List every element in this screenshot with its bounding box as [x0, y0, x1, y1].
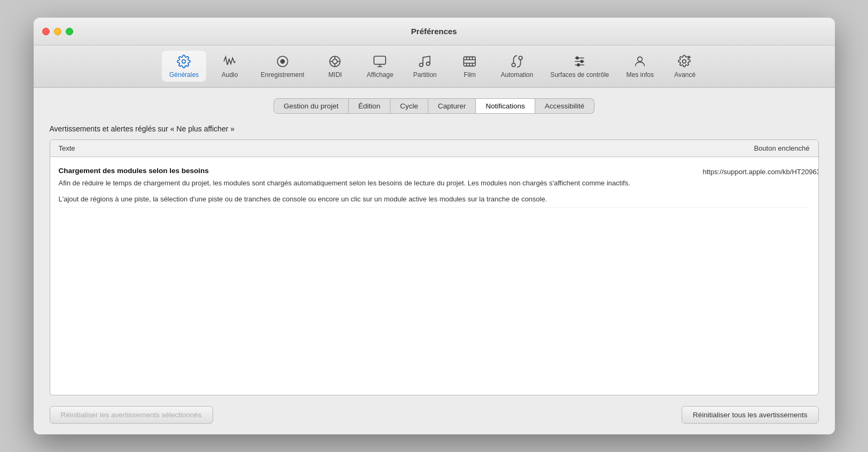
title-bar: Préférences	[34, 18, 835, 45]
svg-point-29	[581, 60, 583, 63]
toolbar-label-partition: Partition	[413, 71, 436, 79]
toolbar-item-audio[interactable]: Audio	[208, 51, 251, 82]
toolbar-label-enregistrement: Enregistrement	[261, 71, 304, 79]
svg-text:+: +	[689, 56, 690, 58]
svg-point-24	[512, 63, 515, 67]
subtab-notifications[interactable]: Notifications	[476, 98, 535, 114]
svg-point-0	[182, 60, 186, 64]
subtab-cycle[interactable]: Cycle	[390, 98, 428, 114]
window-title: Préférences	[411, 27, 457, 36]
minimize-button[interactable]	[54, 28, 61, 35]
toolbar-item-enregistrement[interactable]: Enregistrement	[253, 51, 311, 82]
reset-all-button[interactable]: Réinitialiser tous les avertissements	[682, 406, 819, 424]
waveform-icon	[222, 54, 237, 69]
row-title: Chargement des modules selon les besoins	[59, 167, 692, 175]
close-button[interactable]	[42, 28, 50, 35]
maximize-button[interactable]	[66, 28, 73, 35]
gear-badge-icon: +	[677, 54, 692, 69]
partition-icon	[417, 54, 432, 69]
toolbar-item-avance[interactable]: + Avancé	[663, 51, 706, 82]
toolbar-label-audio: Audio	[222, 71, 238, 79]
toolbar-label-affichage: Affichage	[367, 71, 394, 79]
row-description: Afin de réduire le temps de chargement d…	[59, 178, 692, 204]
row-link: https://support.apple.com/kb/HT209636	[703, 167, 810, 204]
reset-selected-button[interactable]: Réinitialiser les avertissements sélecti…	[50, 406, 213, 424]
table-row[interactable]: Chargement des modules selon les besoins…	[59, 163, 810, 208]
film-icon	[462, 54, 477, 69]
subtab-edition[interactable]: Édition	[349, 98, 390, 114]
table-header: Texte Bouton enclenché	[50, 140, 818, 157]
toolbar-label-mesinfos: Mes infos	[627, 71, 654, 79]
subtab-capturer[interactable]: Capturer	[428, 98, 476, 114]
toolbar-label-midi: MIDI	[329, 71, 342, 79]
toolbar-label-film: Film	[464, 71, 476, 79]
toolbar-item-film[interactable]: Film	[448, 51, 491, 82]
section-label: Avertissements et alertes réglés sur « N…	[50, 124, 819, 133]
svg-point-23	[519, 56, 522, 60]
notifications-table: Texte Bouton enclenché Chargement des mo…	[50, 139, 819, 395]
svg-point-13	[427, 62, 431, 66]
svg-point-30	[577, 64, 580, 66]
row-text-column: Chargement des modules selon les besoins…	[59, 167, 703, 204]
midi-icon	[327, 54, 342, 69]
toolbar-item-mesinfos[interactable]: Mes infos	[619, 51, 661, 82]
subtab-gestion[interactable]: Gestion du projet	[273, 98, 349, 114]
row-desc-1: Afin de réduire le temps de chargement d…	[59, 178, 692, 189]
toolbar-item-partition[interactable]: Partition	[403, 51, 446, 82]
subtab-accessibilite[interactable]: Accessibilité	[535, 98, 595, 114]
buttons-row: Réinitialiser les avertissements sélecti…	[50, 406, 819, 424]
person-icon	[632, 54, 647, 69]
svg-point-4	[333, 59, 338, 64]
toolbar-label-automation: Automation	[501, 71, 533, 79]
window-controls	[42, 28, 73, 35]
gear-icon	[176, 54, 191, 69]
monitor-icon	[372, 54, 387, 69]
toolbar-item-midi[interactable]: MIDI	[314, 51, 356, 82]
subtabs: Gestion du projet Édition Cycle Capturer…	[50, 98, 819, 114]
svg-point-32	[683, 60, 686, 64]
content-area: Gestion du projet Édition Cycle Capturer…	[34, 88, 835, 434]
header-texte: Texte	[59, 144, 703, 152]
toolbar-item-automation[interactable]: Automation	[493, 51, 541, 82]
table-body: Chargement des modules selon les besoins…	[50, 157, 818, 214]
svg-point-31	[638, 57, 643, 61]
sliders-icon	[572, 54, 587, 69]
svg-point-2	[280, 59, 285, 64]
record-icon	[275, 54, 290, 69]
automation-icon	[510, 54, 525, 69]
row-desc-2: L'ajout de régions à une piste, la sélec…	[59, 194, 692, 205]
toolbar-item-surfaces[interactable]: Surfaces de contrôle	[543, 51, 616, 82]
svg-rect-9	[374, 56, 386, 64]
svg-point-12	[420, 63, 424, 67]
toolbar-label-avance: Avancé	[674, 71, 695, 79]
toolbar-item-affichage[interactable]: Affichage	[358, 51, 401, 82]
toolbar-item-generales[interactable]: Générales	[162, 51, 206, 82]
header-bouton: Bouton enclenché	[703, 144, 810, 152]
svg-point-28	[576, 57, 578, 59]
preferences-window: Préférences Générales Audio	[34, 18, 835, 434]
toolbar-label-surfaces: Surfaces de contrôle	[550, 71, 609, 79]
toolbar: Générales Audio Enregistrement	[34, 45, 835, 88]
toolbar-label-generales: Générales	[169, 71, 199, 79]
